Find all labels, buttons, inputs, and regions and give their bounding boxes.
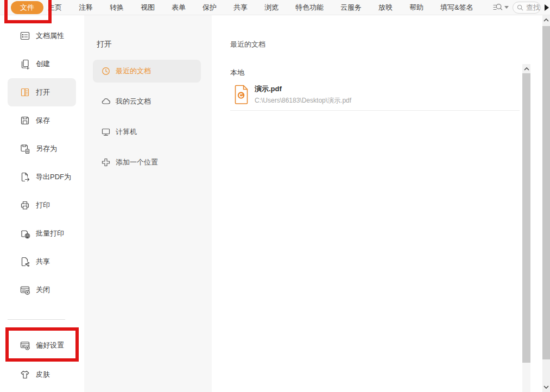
local-section-label: 本地 — [230, 68, 522, 78]
menu-bar: 文件 主页 注释 转换 视图 表单 保护 共享 浏览 特色功能 云服务 放映 帮… — [0, 0, 550, 15]
computer-icon — [101, 127, 111, 137]
open-item-label: 添加一个位置 — [116, 157, 158, 167]
tab-share[interactable]: 共享 — [233, 3, 248, 12]
tab-slideshow[interactable]: 放映 — [378, 3, 393, 12]
search-icon — [516, 4, 524, 11]
pdf-file-icon — [234, 84, 249, 105]
sidebar-item-preferences[interactable]: 偏好设置 — [0, 331, 84, 359]
scroll-up-button[interactable] — [522, 64, 530, 73]
chevron-down-icon — [504, 6, 509, 9]
scroll-up-button[interactable] — [542, 15, 550, 25]
tab-form[interactable]: 表单 — [172, 3, 186, 12]
file-info: 演示.pdf C:\Users\86183\Desktop\演示.pdf — [255, 84, 351, 105]
sidebar-item-skin[interactable]: 皮肤 — [0, 361, 84, 389]
sidebar-item-create[interactable]: 创建 — [0, 50, 84, 78]
save-icon — [20, 115, 30, 126]
window-scrollbar — [542, 15, 550, 392]
recent-list-scrollbar — [522, 64, 530, 392]
sidebar-item-label: 保存 — [36, 116, 50, 125]
tab-fill-sign[interactable]: 填写&签名 — [440, 3, 473, 12]
preferences-icon — [20, 340, 30, 351]
close-document-icon — [20, 284, 30, 295]
sidebar-item-label: 偏好设置 — [36, 340, 64, 350]
share-icon — [20, 256, 30, 267]
sidebar-item-document-properties[interactable]: 文档属性 — [0, 22, 84, 50]
batch-print-icon — [20, 228, 30, 239]
sidebar-item-save-as[interactable]: 另存为 — [0, 135, 84, 163]
scrollbar-thumb[interactable] — [542, 26, 550, 359]
menu-overflow-arrow-icon[interactable] — [545, 4, 549, 11]
sidebar-item-label: 文档属性 — [36, 31, 64, 41]
save-as-icon — [20, 143, 30, 154]
export-pdf-icon — [20, 172, 30, 182]
open-item-computer[interactable]: 计算机 — [93, 121, 201, 143]
clock-icon — [101, 66, 111, 76]
add-place-icon — [101, 157, 111, 167]
recent-documents-title: 最近的文档 — [230, 40, 522, 49]
file-name: 演示.pdf — [255, 84, 351, 94]
sidebar-item-label: 共享 — [36, 257, 50, 267]
tab-comment[interactable]: 注释 — [79, 3, 93, 12]
sidebar-item-batch-print[interactable]: 批量打印 — [0, 219, 84, 248]
sidebar-item-export-pdf[interactable]: 导出PDF为 — [0, 163, 84, 191]
print-icon — [20, 200, 30, 211]
open-item-recent-documents[interactable]: 最近的文档 — [93, 60, 201, 83]
sidebar-item-open[interactable]: 打开 — [8, 78, 76, 106]
open-icon — [20, 87, 30, 98]
sidebar-item-label: 打开 — [36, 87, 50, 97]
tab-cloud[interactable]: 云服务 — [340, 3, 362, 12]
file-menu-sidebar: 文档属性 创建 打开 保存 — [0, 15, 84, 392]
chevron-down-icon — [543, 385, 549, 389]
open-item-label: 计算机 — [116, 127, 137, 137]
skin-tshirt-icon — [20, 369, 30, 380]
file-path: C:\Users\86183\Desktop\演示.pdf — [255, 96, 351, 105]
pdf-editor-window: 文件 主页 注释 转换 视图 表单 保护 共享 浏览 特色功能 云服务 放映 帮… — [0, 0, 550, 392]
tab-help[interactable]: 帮助 — [409, 3, 423, 12]
open-item-label: 最近的文档 — [116, 66, 151, 76]
open-item-add-a-place[interactable]: 添加一个位置 — [93, 151, 201, 174]
sidebar-item-label: 另存为 — [36, 144, 57, 154]
scroll-down-button[interactable] — [542, 382, 550, 392]
chevron-up-icon — [524, 67, 529, 71]
sidebar-item-close[interactable]: 关闭 — [0, 276, 84, 304]
tab-featured[interactable]: 特色功能 — [295, 3, 324, 12]
search-input[interactable]: 查找 — [513, 2, 541, 14]
sidebar-item-save[interactable]: 保存 — [0, 106, 84, 135]
scrollbar-thumb[interactable] — [522, 73, 530, 363]
open-item-label: 我的云文档 — [116, 97, 151, 106]
search-text: 查找 — [526, 3, 540, 12]
recent-documents-panel: 最近的文档 本地 演示.pdf C:\Users\86183\Desktop\演… — [212, 15, 522, 392]
document-properties-icon — [20, 30, 30, 41]
recent-file-item[interactable]: 演示.pdf C:\Users\86183\Desktop\演示.pdf — [234, 82, 522, 107]
tab-file[interactable]: 文件 — [11, 1, 43, 14]
sidebar-item-label: 打印 — [36, 200, 50, 210]
sidebar-item-share[interactable]: 共享 — [0, 248, 84, 276]
tab-home[interactable]: 主页 — [48, 3, 62, 12]
sidebar-item-label: 关闭 — [36, 285, 50, 295]
file-list-divider — [230, 110, 520, 111]
sidebar-item-label: 批量打印 — [36, 229, 64, 238]
sidebar-item-label: 导出PDF为 — [36, 172, 71, 182]
tab-convert[interactable]: 转换 — [110, 3, 124, 12]
sidebar-divider — [8, 319, 65, 320]
sidebar-item-label: 皮肤 — [36, 370, 50, 380]
sidebar-item-print[interactable]: 打印 — [0, 191, 84, 219]
chevron-up-icon — [543, 18, 549, 22]
cloud-icon — [101, 97, 111, 106]
open-item-my-cloud-documents[interactable]: 我的云文档 — [93, 90, 201, 113]
quick-find-button[interactable] — [492, 2, 509, 13]
tab-protect[interactable]: 保护 — [203, 3, 217, 12]
create-icon — [20, 59, 30, 69]
open-panel: 打开 最近的文档 我的云文档 计算机 添加一个位置 — [84, 15, 212, 392]
sidebar-item-label: 创建 — [36, 59, 50, 69]
tab-browse[interactable]: 浏览 — [264, 3, 279, 12]
tab-view[interactable]: 视图 — [141, 3, 155, 12]
find-icon — [492, 2, 503, 13]
open-panel-title: 打开 — [97, 40, 212, 49]
menu-bar-right: 查找 — [492, 2, 550, 14]
